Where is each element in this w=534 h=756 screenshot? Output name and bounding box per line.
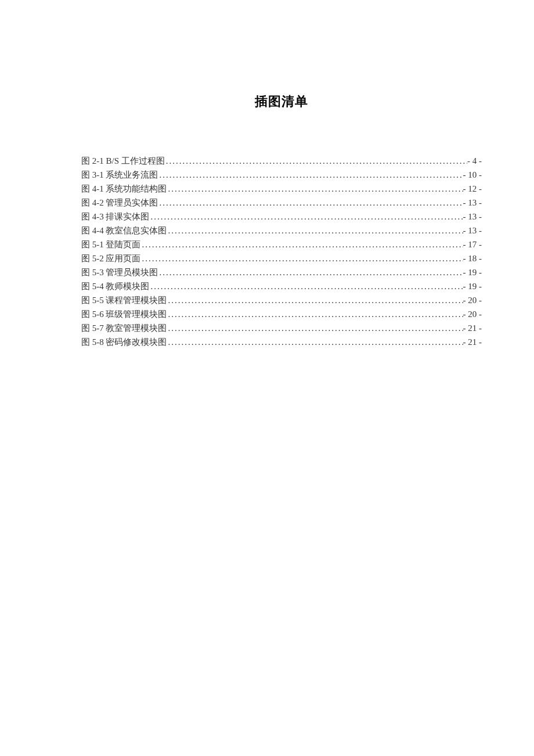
toc-entry: 图 4-2 管理员实体图- 13 - bbox=[81, 196, 482, 210]
toc-entry: 图 5-5 课程管理模块图- 20 - bbox=[81, 293, 482, 307]
toc-entry-page: - 19 - bbox=[463, 279, 482, 293]
toc-entry-page: - 19 - bbox=[463, 265, 482, 279]
toc-entry-label: 图 5-5 课程管理模块图 bbox=[81, 293, 167, 307]
toc-leader-dots bbox=[150, 279, 463, 293]
page-title: 插图清单 bbox=[81, 93, 482, 110]
toc-leader-dots bbox=[158, 168, 463, 182]
toc-entry: 图 5-6 班级管理模块图- 20 - bbox=[81, 307, 482, 321]
toc-entry-label: 图 3-1 系统业务流图 bbox=[81, 168, 158, 182]
toc-entry: 图 4-1 系统功能结构图- 12 - bbox=[81, 182, 482, 196]
toc-entry: 图 4-4 教室信息实体图- 13 - bbox=[81, 224, 482, 237]
toc-entry-page: - 18 - bbox=[463, 251, 482, 265]
toc-entry-page: - 4 - bbox=[467, 154, 482, 168]
toc-entry-label: 图 5-8 密码修改模块图 bbox=[81, 335, 167, 349]
toc-entry-page: - 10 - bbox=[463, 168, 482, 182]
toc-leader-dots bbox=[167, 224, 463, 237]
toc-entry-label: 图 4-1 系统功能结构图 bbox=[81, 182, 167, 196]
toc-entry-label: 图 5-1 登陆页面 bbox=[81, 237, 141, 251]
toc-entry-label: 图 4-4 教室信息实体图 bbox=[81, 224, 167, 237]
toc-entry: 图 4-3 排课实体图- 13 - bbox=[81, 210, 482, 224]
document-page: 插图清单 图 2-1 B/S 工作过程图- 4 -图 3-1 系统业务流图- 1… bbox=[0, 0, 534, 349]
toc-entry: 图 5-7 教室管理模块图- 21 - bbox=[81, 321, 482, 335]
toc-entry: 图 5-2 应用页面- 18 - bbox=[81, 251, 482, 265]
toc-entry-label: 图 5-4 教师模块图 bbox=[81, 279, 150, 293]
toc-entry-page: - 21 - bbox=[463, 321, 482, 335]
toc-entry-page: - 13 - bbox=[463, 196, 482, 210]
toc-leader-dots bbox=[158, 196, 463, 210]
toc-leader-dots bbox=[167, 335, 463, 349]
toc-list: 图 2-1 B/S 工作过程图- 4 -图 3-1 系统业务流图- 10 -图 … bbox=[81, 154, 482, 349]
toc-entry-label: 图 4-3 排课实体图 bbox=[81, 210, 150, 224]
toc-entry: 图 5-4 教师模块图- 19 - bbox=[81, 279, 482, 293]
toc-leader-dots bbox=[158, 265, 463, 279]
toc-entry-label: 图 5-3 管理员模块图 bbox=[81, 265, 158, 279]
toc-leader-dots bbox=[167, 293, 463, 307]
toc-entry: 图 5-3 管理员模块图- 19 - bbox=[81, 265, 482, 279]
toc-entry-label: 图 5-2 应用页面 bbox=[81, 251, 141, 265]
toc-entry: 图 2-1 B/S 工作过程图- 4 - bbox=[81, 154, 482, 168]
toc-entry-page: - 17 - bbox=[463, 237, 482, 251]
toc-leader-dots bbox=[165, 154, 467, 168]
toc-entry-page: - 13 - bbox=[463, 224, 482, 237]
toc-leader-dots bbox=[167, 321, 463, 335]
toc-entry-page: - 13 - bbox=[463, 210, 482, 224]
toc-leader-dots bbox=[150, 210, 463, 224]
toc-leader-dots bbox=[167, 307, 463, 321]
toc-entry-page: - 12 - bbox=[463, 182, 482, 196]
toc-entry-page: - 21 - bbox=[463, 335, 482, 349]
toc-entry-label: 图 2-1 B/S 工作过程图 bbox=[81, 154, 165, 168]
toc-entry-page: - 20 - bbox=[463, 293, 482, 307]
toc-leader-dots bbox=[141, 237, 463, 251]
toc-entry-page: - 20 - bbox=[463, 307, 482, 321]
toc-leader-dots bbox=[141, 251, 463, 265]
toc-entry: 图 5-8 密码修改模块图- 21 - bbox=[81, 335, 482, 349]
toc-entry-label: 图 5-6 班级管理模块图 bbox=[81, 307, 167, 321]
toc-entry-label: 图 4-2 管理员实体图 bbox=[81, 196, 158, 210]
toc-entry: 图 5-1 登陆页面- 17 - bbox=[81, 237, 482, 251]
toc-entry: 图 3-1 系统业务流图- 10 - bbox=[81, 168, 482, 182]
toc-leader-dots bbox=[167, 182, 463, 196]
toc-entry-label: 图 5-7 教室管理模块图 bbox=[81, 321, 167, 335]
